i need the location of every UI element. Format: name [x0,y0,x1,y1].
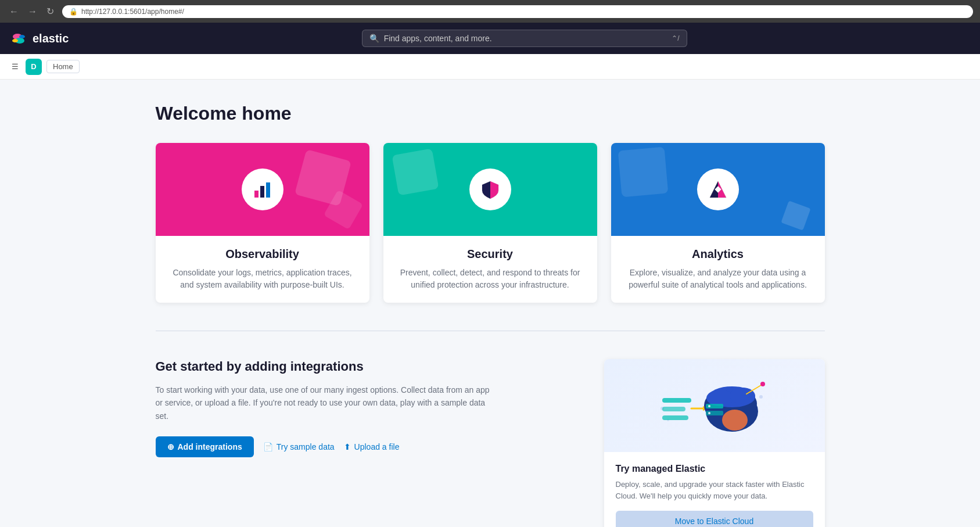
cloud-promo-card: Try managed Elastic Deploy, scale, and u… [604,359,825,527]
security-icon-circle [469,169,511,210]
search-shortcut: ⌃/ [672,34,679,42]
top-nav: elastic 🔍 Find apps, content, and more. … [0,23,980,54]
add-integrations-label: Add integrations [178,442,242,451]
svg-rect-16 [662,398,691,403]
svg-point-4 [19,35,25,38]
observability-card-title: Observability [167,248,358,261]
svg-point-26 [730,388,755,404]
forward-button[interactable]: → [26,5,40,18]
home-breadcrumb[interactable]: Home [46,60,80,73]
integrations-description: To start working with your data, use one… [156,383,493,422]
feature-cards: Observability Consolidate your logs, met… [156,143,825,303]
reload-button[interactable]: ↻ [44,5,56,18]
search-icon: 🔍 [369,34,379,43]
observability-icon-circle [242,169,283,210]
url-text: http://127.0.0.1:5601/app/home#/ [81,8,184,16]
svg-rect-7 [266,182,270,198]
security-card-body: Security Prevent, collect, detect, and r… [383,236,597,303]
svg-point-31 [708,412,710,414]
avatar-letter: D [31,62,36,71]
try-sample-data-button[interactable]: 📄 Try sample data [263,442,335,451]
svg-rect-17 [662,407,685,411]
svg-rect-18 [662,415,688,420]
svg-point-14 [759,395,763,399]
add-integrations-button[interactable]: ⊕ Add integrations [156,436,254,457]
integrations-heading: Get started by adding integrations [156,359,581,374]
back-button[interactable]: ← [7,5,21,18]
svg-rect-5 [254,191,259,198]
global-search[interactable]: 🔍 Find apps, content, and more. ⌃/ [362,30,687,47]
observability-card-image [156,143,369,236]
svg-point-3 [12,39,18,42]
try-sample-label: Try sample data [277,442,335,451]
svg-point-30 [708,405,710,407]
search-placeholder: Find apps, content, and more. [384,34,492,43]
hamburger-menu-button[interactable]: ☰ [9,60,21,73]
svg-point-25 [706,390,734,406]
avatar-button[interactable]: D [26,59,42,75]
upload-icon: ⬆ [344,442,351,451]
cloud-promo-description: Deploy, scale, and upgrade your stack fa… [616,479,813,501]
upload-file-button[interactable]: ⬆ Upload a file [344,442,400,451]
elastic-logo[interactable]: elastic [9,29,69,48]
move-to-elastic-cloud-button[interactable]: Move to Elastic Cloud [616,511,813,527]
section-divider [156,331,825,331]
security-card-desc: Prevent, collect, detect, and respond to… [395,267,586,291]
page-title: Welcome home [156,103,825,124]
cloud-promo-heading: Try managed Elastic [616,464,813,474]
integrations-section: Get started by adding integrations To st… [156,359,581,457]
browser-nav-buttons: ← → ↻ [7,5,56,18]
svg-point-33 [760,382,765,386]
observability-card[interactable]: Observability Consolidate your logs, met… [156,143,369,303]
action-buttons: ⊕ Add integrations 📄 Try sample data ⬆ U… [156,436,581,457]
svg-point-27 [722,410,748,431]
upload-file-label: Upload a file [354,442,400,451]
analytics-card-body: Analytics Explore, visualize, and analyz… [611,236,825,303]
security-card[interactable]: Security Prevent, collect, detect, and r… [383,143,597,303]
observability-card-desc: Consolidate your logs, metrics, applicat… [167,267,358,291]
observability-card-body: Observability Consolidate your logs, met… [156,236,369,303]
analytics-card-image [611,143,825,236]
security-card-image [383,143,597,236]
analytics-icon-circle [697,169,739,210]
search-bar-container: 🔍 Find apps, content, and more. ⌃/ [78,30,971,47]
browser-chrome: ← → ↻ 🔒 http://127.0.0.1:5601/app/home#/ [0,0,980,23]
analytics-card-title: Analytics [623,248,813,261]
analytics-card-desc: Explore, visualize, and analyze your dat… [623,267,813,291]
file-icon: 📄 [263,442,273,451]
secondary-nav: ☰ D Home [0,54,980,80]
logo-text: elastic [33,32,69,45]
cloud-promo-image [604,359,825,452]
plus-icon: ⊕ [167,442,174,451]
bottom-section: Get started by adding integrations To st… [156,359,825,527]
analytics-card[interactable]: Analytics Explore, visualize, and analyz… [611,143,825,303]
main-content: Welcome home Observability Consolidate y… [142,80,839,527]
move-to-cloud-label: Move to Elastic Cloud [675,517,753,526]
cloud-promo-body: Try managed Elastic Deploy, scale, and u… [604,452,825,527]
home-breadcrumb-label: Home [53,62,73,71]
address-bar[interactable]: 🔒 http://127.0.0.1:5601/app/home#/ [62,5,973,18]
security-card-title: Security [395,248,586,261]
svg-rect-6 [260,186,264,198]
